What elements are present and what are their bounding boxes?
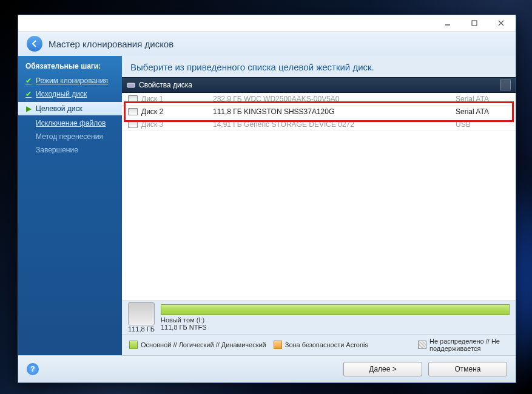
volume-detail: 111,8 ГБ NTFS bbox=[161, 324, 207, 331]
check-icon: ✔ bbox=[25, 76, 32, 85]
disk-properties-header: Свойства диска bbox=[122, 77, 516, 93]
panel-options-button[interactable] bbox=[500, 80, 511, 90]
page-title: Мастер клонирования дисков bbox=[49, 39, 173, 49]
sidebar-item-label: Целевой диск bbox=[36, 104, 82, 113]
cancel-button[interactable]: Отмена bbox=[428, 362, 507, 376]
disk-row[interactable]: Диск 2 111,8 ГБ KINGSTON SHSS37A120G Ser… bbox=[122, 106, 516, 118]
disk-interface: Serial ATA bbox=[371, 95, 510, 103]
sidebar: Обязательные шаги: ✔Режим клонирования ✔… bbox=[18, 56, 122, 355]
disk-interface: Serial ATA bbox=[371, 107, 510, 116]
wizard-header: Мастер клонирования дисков bbox=[18, 32, 516, 56]
sidebar-item-source[interactable]: ✔Исходный диск bbox=[18, 87, 122, 101]
maximize-button[interactable] bbox=[461, 17, 488, 29]
disk-row[interactable]: Диск 1 232,9 ГБ WDC WD2500AAKS-00V5A0 Se… bbox=[122, 93, 516, 106]
disk-name: Диск 3 bbox=[141, 120, 163, 129]
sidebar-item-label: Завершение bbox=[36, 146, 78, 154]
main-panel: Выберите из приведенного списка целевой … bbox=[122, 56, 516, 355]
partition-bar[interactable] bbox=[161, 304, 510, 315]
disk-interface: USB bbox=[371, 120, 510, 129]
disk-model: WDC WD2500AAKS-00V5A0 bbox=[244, 95, 339, 103]
instruction-text: Выберите из приведенного списка целевой … bbox=[122, 56, 516, 77]
drive-icon bbox=[127, 81, 135, 89]
legend-unalloc: Не распределено // Не поддерживается bbox=[429, 338, 508, 352]
sidebar-item-label: Метод перенесения bbox=[36, 132, 103, 141]
wizard-window: Мастер клонирования дисков Обязательные … bbox=[18, 15, 516, 383]
drive-large-icon bbox=[128, 302, 155, 325]
legend: Основной // Логический // Динамический З… bbox=[122, 334, 516, 355]
disk-icon bbox=[128, 95, 138, 103]
disk-icon bbox=[128, 121, 138, 128]
disk-icon bbox=[128, 108, 138, 115]
sidebar-item-mode[interactable]: ✔Режим клонирования bbox=[18, 74, 122, 87]
check-icon: ✔ bbox=[25, 90, 32, 98]
svg-rect-1 bbox=[472, 21, 477, 25]
disk-name: Диск 1 bbox=[141, 95, 163, 103]
legend-swatch-acronis bbox=[274, 341, 282, 349]
disk-model: Generic STORAGE DEVICE 0272 bbox=[244, 120, 354, 129]
legend-swatch-primary bbox=[129, 341, 138, 349]
sidebar-item-method: Метод перенесения bbox=[18, 130, 122, 143]
svg-rect-4 bbox=[127, 83, 135, 87]
titlebar bbox=[18, 15, 516, 32]
summary-size: 111,8 ГБ bbox=[128, 325, 155, 333]
disk-size: 232,9 ГБ bbox=[213, 95, 242, 103]
disk-size: 14,91 ГБ bbox=[213, 120, 242, 129]
sidebar-item-label: Режим клонирования bbox=[36, 76, 108, 85]
sidebar-heading: Обязательные шаги: bbox=[18, 59, 122, 74]
sidebar-item-target[interactable]: ▶Целевой диск bbox=[18, 102, 122, 115]
help-button[interactable]: ? bbox=[27, 363, 39, 375]
panel-title: Свойства диска bbox=[139, 81, 192, 89]
legend-primary: Основной // Логический // Динамический bbox=[141, 341, 266, 348]
next-button[interactable]: Далее > bbox=[343, 362, 422, 376]
disk-summary: 111,8 ГБ Новый том (I:)111,8 ГБ NTFS bbox=[122, 301, 516, 334]
sidebar-item-label: Исходный диск bbox=[36, 90, 87, 98]
disk-name: Диск 2 bbox=[141, 107, 163, 116]
legend-swatch-unalloc bbox=[418, 341, 426, 349]
footer: ? Далее > Отмена bbox=[18, 355, 516, 382]
disk-list: Диск 1 232,9 ГБ WDC WD2500AAKS-00V5A0 Se… bbox=[122, 93, 516, 301]
disk-model: KINGSTON SHSS37A120G bbox=[244, 107, 334, 116]
close-button[interactable] bbox=[488, 17, 514, 29]
minimize-button[interactable] bbox=[434, 17, 461, 29]
sidebar-item-finish: Завершение bbox=[18, 143, 122, 157]
disk-size: 111,8 ГБ bbox=[213, 107, 242, 116]
disk-row[interactable]: Диск 3 14,91 ГБ Generic STORAGE DEVICE 0… bbox=[122, 118, 516, 131]
back-button[interactable] bbox=[27, 36, 42, 52]
arrow-left-icon bbox=[30, 39, 39, 48]
sidebar-item-exclude[interactable]: Исключение файлов bbox=[18, 117, 122, 130]
volume-name: Новый том (I:) bbox=[161, 316, 204, 324]
arrow-right-icon: ▶ bbox=[25, 104, 32, 113]
legend-acronis: Зона безопасности Acronis bbox=[285, 341, 368, 348]
sidebar-item-label: Исключение файлов bbox=[36, 119, 106, 127]
